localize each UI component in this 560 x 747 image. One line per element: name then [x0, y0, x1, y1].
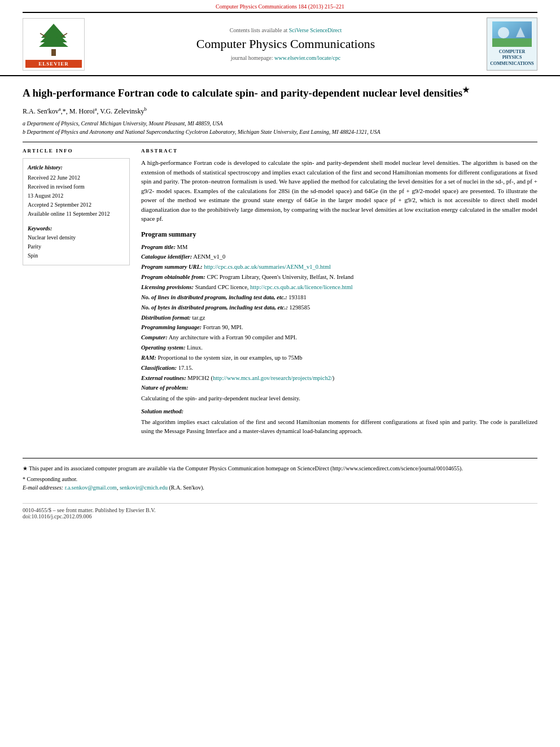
ps-nature-value: Calculating of the spin- and parity-depe…: [141, 394, 537, 403]
journal-homepage: journal homepage: www.elsevier.com/locat…: [96, 55, 475, 61]
program-summary: Program summary Program title: MM Catalo…: [141, 230, 537, 436]
journal-title: Computer Physics Communications: [96, 37, 475, 51]
sciverse-link[interactable]: SciVerse ScienceDirect: [289, 27, 342, 33]
elsevier-brand-text: ELSEVIER: [25, 60, 82, 68]
journal-citation: Computer Physics Communications 184 (201…: [0, 0, 560, 12]
ps-bytes: No. of bytes in distributed program, inc…: [141, 303, 537, 313]
elsevier-tree-icon: [30, 21, 78, 58]
two-column-layout: ARTICLE INFO Article history: Received 2…: [23, 148, 537, 435]
ps-classification: Classification: 17.15.: [141, 363, 537, 373]
program-summary-title: Program summary: [141, 230, 537, 239]
cpc-logo-text: COMPUTER PHYSICSCOMMUNICATIONS: [489, 49, 535, 67]
abstract-heading: ABSTRACT: [141, 148, 537, 154]
article-info-box: Article history: Received 22 June 2012 R…: [23, 158, 130, 265]
email2-link[interactable]: senkovir@cmich.edu: [120, 484, 168, 491]
authors-line: R.A. Sen'kova,*, M. Horoia, V.G. Zelevin…: [23, 106, 537, 116]
ps-licensing-link[interactable]: http://cpc.cs.qub.ac.uk/licence/licence.…: [250, 284, 353, 290]
ps-solution-value: The algorithm implies exact calculation …: [141, 418, 537, 436]
keyword-3: Spin: [28, 251, 125, 260]
article-info-heading: ARTICLE INFO: [23, 148, 130, 154]
bottom-bar: 0010-4655/$ – see front matter. Publishe…: [23, 503, 537, 519]
footnote-section: ★ This paper and its associated computer…: [23, 458, 537, 497]
available-date: Available online 11 September 2012: [28, 209, 125, 219]
svg-rect-0: [51, 49, 56, 56]
doi-text: doi:10.1016/j.cpc.2012.09.006: [23, 513, 537, 519]
article-title: A high-performance Fortran code to calcu…: [23, 85, 537, 101]
affiliation-b: b Department of Physics and Astronomy an…: [23, 128, 537, 136]
elsevier-logo: ELSEVIER: [23, 18, 85, 71]
ps-obtainable: Program obtainable from: CPC Program Lib…: [141, 272, 537, 282]
footnote-star: ★ This paper and its associated computer…: [23, 464, 537, 473]
ps-nature-label: Nature of problem:: [141, 383, 537, 393]
keyword-2: Parity: [28, 242, 125, 251]
keyword-1: Nuclear level density: [28, 233, 125, 242]
right-column: ABSTRACT A high-performance Fortran code…: [141, 148, 537, 435]
keywords-section: Keywords: Nuclear level density Parity S…: [28, 224, 125, 260]
abstract-text: A high-performance Fortran code is devel…: [141, 158, 537, 224]
accepted-date: Accepted 2 September 2012: [28, 200, 125, 209]
ps-computer: Computer: Any architecture with a Fortra…: [141, 333, 537, 343]
svg-rect-7: [492, 38, 532, 47]
ps-programming: Programming language: Fortran 90, MPI.: [141, 322, 537, 333]
ps-lines: No. of lines in distributed program, inc…: [141, 292, 537, 303]
issn-text: 0010-4655/$ – see front matter. Publishe…: [23, 507, 537, 513]
history-dates: Received 22 June 2012 Received in revise…: [28, 173, 125, 219]
journal-homepage-link[interactable]: www.elsevier.com/locate/cpc: [274, 55, 340, 61]
footnote-email: E-mail addresses: r.a.senkov@gmail.com, …: [23, 483, 537, 492]
email1-link[interactable]: r.a.senkov@gmail.com: [65, 484, 117, 491]
keywords-label: Keywords:: [28, 224, 125, 233]
svg-point-8: [498, 27, 509, 38]
sciverse-text: Contents lists available at SciVerse Sci…: [96, 27, 475, 33]
ps-program-title: Program title: MM: [141, 242, 537, 252]
ps-url: Program summary URL: http://cpc.cs.qub.a…: [141, 262, 537, 272]
received-date: Received 22 June 2012: [28, 173, 125, 182]
ps-os: Operating system: Linux.: [141, 343, 537, 353]
ps-external-link[interactable]: http://www.mcs.anl.gov/research/projects…: [213, 375, 333, 381]
article-history-label: Article history:: [28, 163, 125, 172]
journal-header-center: Contents lists available at SciVerse Sci…: [85, 27, 487, 61]
left-column: ARTICLE INFO Article history: Received 2…: [23, 148, 130, 435]
ps-ram: RAM: Proportional to the system size, in…: [141, 353, 537, 363]
ps-licensing: Licensing provisions: Standard CPC licen…: [141, 282, 537, 292]
ps-solution-label: Solution method:: [141, 407, 537, 417]
ps-external: External routines: MPICH2 (http://www.mc…: [141, 373, 537, 383]
cpc-logo: COMPUTER PHYSICSCOMMUNICATIONS: [487, 18, 537, 71]
affiliations: a Department of Physics, Central Michiga…: [23, 119, 537, 136]
footnote-corresponding: * Corresponding author.: [23, 475, 537, 483]
received-revised-label: Received in revised form: [28, 182, 125, 191]
revised-date: 13 August 2012: [28, 191, 125, 200]
cpc-logo-image: [492, 21, 532, 47]
ps-distribution: Distribution format: tar.gz: [141, 313, 537, 323]
cpc-logo-graphic: [492, 21, 532, 47]
ps-url-link[interactable]: http://cpc.cs.qub.ac.uk/summaries/AENM_v…: [204, 264, 331, 270]
journal-header: ELSEVIER Contents lists available at Sci…: [0, 13, 560, 76]
affiliation-a: a Department of Physics, Central Michiga…: [23, 119, 537, 128]
ps-catalogue: Catalogue identifier: AENM_v1_0: [141, 252, 537, 262]
main-content: A high-performance Fortran code to calcu…: [0, 76, 560, 447]
